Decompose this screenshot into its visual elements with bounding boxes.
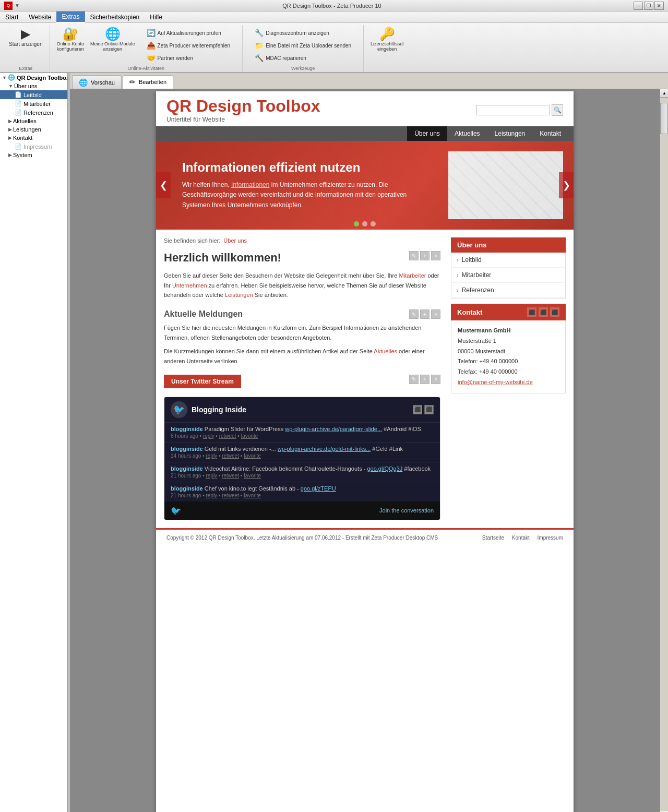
tweet-3-link[interactable]: goo.gl/QQg3J [367, 465, 402, 472]
footer-link-start[interactable]: Startseite [482, 535, 504, 541]
page-icon-referenzen: 📄 [15, 109, 22, 116]
slider-dot-1[interactable] [354, 221, 359, 226]
menu-start[interactable]: Start [0, 11, 23, 23]
tab-label-bearbeiten: Bearbeiten [139, 79, 166, 85]
sidebar-item-leitbild[interactable]: 📄 Leitbild [0, 90, 67, 99]
ribbon-btn-uploader[interactable]: 📁 Eine Datei mit Zeta Uploader senden [251, 40, 355, 51]
scroll-up-button[interactable]: ▲ [660, 89, 668, 98]
ribbon-btn-mdac[interactable]: 🔨 MDAC reparieren [251, 52, 355, 64]
nav-item-leistungen[interactable]: Leistungen [487, 126, 533, 141]
widget-link-referenzen[interactable]: › Referenzen [451, 283, 565, 298]
expand-icon-kontakt: ▶ [8, 135, 12, 140]
minimize-button[interactable]: — [634, 2, 643, 10]
menu-hilfe[interactable]: Hilfe [145, 11, 168, 23]
expand-icon-system: ▶ [8, 152, 12, 158]
slider-dot-2[interactable] [362, 221, 367, 226]
tweet-2: blogginside Geld mit Links verdienen -..… [164, 442, 440, 462]
sidebar-item-mitarbeiter[interactable]: 📄 Mitarbeiter [0, 99, 67, 108]
tab-bearbeiten[interactable]: ✏ Bearbeiten [123, 75, 173, 89]
twitter-stream-button[interactable]: Unser Twitter Stream [164, 375, 241, 388]
intro-link-leistungen[interactable]: Leistungen [225, 292, 253, 298]
ribbon-btn-module[interactable]: 🌐 Meine Online-Moduleanzeigen [88, 26, 138, 65]
widget-icon-1[interactable]: ⬛ [527, 307, 536, 317]
tweet-2-link[interactable]: wp-plugin-archive.de/geld-mit-links... [278, 446, 371, 452]
tab-vorschau[interactable]: 🌐 Vorschau [72, 75, 122, 89]
search-input[interactable] [476, 105, 550, 115]
ribbon-btn-license[interactable]: 🔑 Lizenzschlüsseleingeben [368, 26, 406, 53]
news-text-1: Fügen Sie hier die neuesten Meldungen in… [164, 323, 440, 342]
sidebar-item-kontakt[interactable]: ▶ Kontakt [0, 134, 67, 142]
repair-icon: 🔨 [255, 54, 264, 62]
search-button[interactable]: 🔍 [552, 104, 563, 116]
sidebar-item-leistungen[interactable]: ▶ Leistungen [0, 125, 67, 134]
site-footer: Copyright © 2012 QR Design Toolbox. Letz… [156, 528, 574, 546]
footer-link-kontakt[interactable]: Kontakt [512, 535, 530, 541]
news-link-aktuelles[interactable]: Aktuelles [374, 348, 397, 354]
ribbon-btn-recommend[interactable]: 📤 Zeta Producer weiterempfehlen [143, 40, 234, 51]
sidebar-item-root[interactable]: ▼ 🌐 QR Design Toolbox [0, 73, 67, 82]
contact-city: 00000 Musterstadt [458, 348, 505, 354]
edit-btn-x[interactable]: × [431, 251, 440, 260]
twitter-edit-btn-pencil[interactable]: ✎ [409, 375, 419, 384]
slider-next-button[interactable]: ❯ [559, 172, 574, 198]
tweet-4: blogginside Chef von kino.to legt Gestän… [164, 482, 440, 501]
restore-button[interactable]: ❐ [644, 2, 653, 10]
twitter-name: Blogging Inside [192, 405, 246, 414]
ribbon-btn-diagnose[interactable]: 🔧 Diagnosezentrum anzeigen [251, 27, 355, 39]
nav-item-kontakt[interactable]: Kontakt [532, 126, 568, 141]
ribbon-btn-konto[interactable]: 🔐 Online-Kontokonfigurieren [54, 26, 87, 65]
ribbon-group-online: 🔐 Online-Kontokonfigurieren 🌐 Meine Onli… [50, 25, 243, 72]
sidebar-item-about[interactable]: ▼ Über uns [0, 82, 67, 90]
widget-link-mitarbeiter[interactable]: › Mitarbeiter [451, 268, 565, 283]
sidebar-label-mitarbeiter: Mitarbeiter [23, 101, 51, 107]
contact-email[interactable]: info@name-of-my-website.de [458, 379, 533, 385]
ribbon-btn-updates[interactable]: 🔄 Auf Aktualisierungen prüfen [143, 27, 234, 39]
arrow-icon-mitarbeiter: › [457, 272, 459, 278]
edit-btn-pencil[interactable]: ✎ [409, 251, 419, 260]
breadcrumb-link[interactable]: Über uns [223, 237, 247, 244]
menu-sicherheitskopien[interactable]: Sicherheitskopien [85, 11, 145, 23]
sidebar-item-impressum[interactable]: 📄 Impressum [0, 142, 67, 151]
tweet-1-link[interactable]: wp-plugin-archive.de/paradigm-slide... [285, 426, 382, 432]
slider-dot-3[interactable] [371, 221, 376, 226]
tweet-1: blogginside Paradigm Slider für WordPres… [164, 422, 440, 442]
slider-prev-button[interactable]: ❮ [156, 172, 171, 198]
widget-icon-3[interactable]: ⬛ [550, 307, 559, 317]
news-edit-btn-pencil[interactable]: ✎ [409, 309, 419, 319]
news-edit-btn-x[interactable]: × [431, 309, 440, 319]
sidebar-label-kontakt: Kontakt [13, 135, 32, 141]
edit-btn-plus[interactable]: + [420, 251, 430, 260]
twitter-join-link[interactable]: Join the conversation [379, 507, 434, 514]
widget-icon-2[interactable]: ⬛ [539, 307, 548, 317]
sidebar-item-aktuelles[interactable]: ▶ Aktuelles [0, 117, 67, 125]
twitter-ctrl-2[interactable]: ⬛ [424, 405, 434, 414]
twitter-bird-icon: 🐦 [171, 506, 181, 516]
intro-link-unternehmen[interactable]: Unternehmen [172, 282, 207, 289]
tweet-4-link[interactable]: goo.gl/zTEPU [301, 485, 336, 492]
intro-link-mitarbeiter[interactable]: Mitarbeiter [399, 272, 426, 279]
ribbon-btn-start-anzeigen[interactable]: ▶ Start anzeigen [6, 26, 45, 49]
ribbon-group-werkzeuge: 🔧 Diagnosezentrum anzeigen 📁 Eine Datei … [243, 25, 364, 72]
contact-company: Mustermann GmbH [458, 327, 510, 333]
footer-link-impressum[interactable]: Impressum [538, 535, 563, 541]
twitter-section: ✎ + × Unser Twitter Stream 🐦 [164, 375, 440, 520]
sidebar-item-referenzen[interactable]: 📄 Referenzen [0, 108, 67, 117]
scroll-thumb[interactable] [660, 103, 667, 134]
nav-item-about[interactable]: Über uns [407, 126, 447, 141]
twitter-edit-btn-plus[interactable]: + [420, 375, 430, 384]
menu-extras[interactable]: Extras [56, 11, 85, 23]
hero-link[interactable]: Informationen [231, 181, 269, 188]
twitter-edit-btn-x[interactable]: × [431, 375, 440, 384]
sidebar-item-system[interactable]: ▶ System [0, 151, 67, 159]
ribbon: ▶ Start anzeigen Extras 🔐 Online-Kontoko… [0, 23, 668, 73]
widget-link-leitbild[interactable]: › Leitbild [451, 253, 565, 268]
site-logo-area: QR Design Toolbox Untertitel für Website [166, 97, 476, 123]
news-edit-btn-plus[interactable]: + [420, 309, 430, 319]
menu-website[interactable]: Website [23, 11, 56, 23]
window-controls: — ❐ ✕ [634, 2, 664, 10]
nav-item-aktuelles[interactable]: Aktuelles [447, 126, 487, 141]
close-button[interactable]: ✕ [654, 2, 664, 10]
hero-image [448, 151, 563, 219]
ribbon-btn-partner[interactable]: 🤝 Partner werden [143, 52, 234, 64]
twitter-ctrl-1[interactable]: ⬛ [413, 405, 422, 414]
